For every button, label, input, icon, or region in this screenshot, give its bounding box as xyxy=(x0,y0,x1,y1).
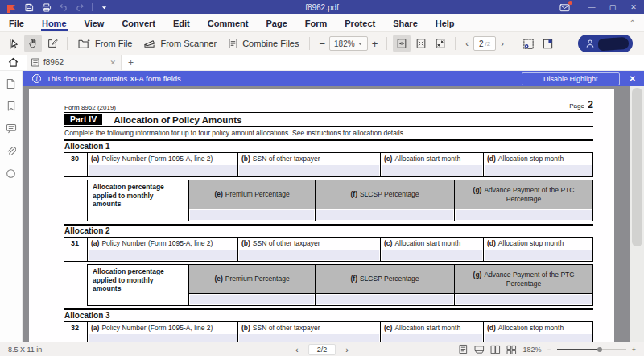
start-month-field[interactable] xyxy=(382,165,482,176)
new-tab-button[interactable]: + xyxy=(122,57,140,68)
slcsp-percentage-field[interactable] xyxy=(316,210,453,220)
aptc-percentage-field[interactable] xyxy=(456,210,592,220)
tab-close-icon[interactable]: ✕ xyxy=(109,59,116,67)
combine-files-button[interactable]: Combine Files xyxy=(222,35,304,52)
ssn-field[interactable] xyxy=(239,165,379,176)
document-view-area[interactable]: Form 8962 (2019) Page 2 Part IV Allocati… xyxy=(23,86,644,342)
tab-f8962[interactable]: f8962 ✕ xyxy=(27,55,122,70)
page-number-input[interactable]: 2 /2 xyxy=(473,36,496,51)
form-header-row: Form 8962 (2019) Page 2 xyxy=(64,97,593,113)
close-button[interactable]: ✕ xyxy=(623,0,644,14)
fit-width-icon[interactable] xyxy=(412,35,430,52)
zoom-level-select[interactable]: 182% xyxy=(329,36,368,51)
fit-page-icon[interactable] xyxy=(393,35,411,52)
undo-icon[interactable] xyxy=(58,2,68,13)
print-icon[interactable] xyxy=(41,2,52,13)
zoom-out-button[interactable]: − xyxy=(315,38,329,50)
stop-month-field[interactable] xyxy=(485,334,592,342)
menu-edit[interactable]: Edit xyxy=(164,14,199,31)
menu-page[interactable]: Page xyxy=(257,14,295,31)
premium-percentage-field[interactable] xyxy=(190,295,314,304)
part-header: Part IV Allocation of Policy Amounts xyxy=(64,113,593,127)
zoom-slider[interactable] xyxy=(557,346,626,354)
select-tool-icon[interactable] xyxy=(5,35,23,52)
two-page-icon[interactable] xyxy=(490,344,501,354)
menu-comment[interactable]: Comment xyxy=(199,14,258,31)
vertical-scrollbar[interactable] xyxy=(630,86,644,342)
menu-share[interactable]: Share xyxy=(384,14,427,31)
single-page-icon[interactable] xyxy=(458,344,469,354)
edit-form-icon[interactable] xyxy=(43,35,61,52)
menu-file[interactable]: File xyxy=(0,14,33,31)
zoom-in-button[interactable]: + xyxy=(368,38,382,50)
col-e-header: (e)Premium Percentage xyxy=(189,180,315,209)
from-file-button[interactable]: From File xyxy=(72,35,138,52)
mail-icon[interactable] xyxy=(559,2,570,13)
allocation-1-percentages: Allocation percentage applied to monthly… xyxy=(87,180,593,221)
save-icon[interactable] xyxy=(24,2,35,13)
page-label: Page xyxy=(569,102,584,110)
redo-icon[interactable] xyxy=(75,2,85,13)
zoom-in-button[interactable]: + xyxy=(632,346,636,354)
policy-number-field[interactable] xyxy=(89,165,237,176)
info-icon: i xyxy=(32,74,41,83)
toolbar-divider xyxy=(514,37,514,50)
menu-home[interactable]: Home xyxy=(33,14,76,31)
collapse-toolbar-chevron[interactable]: ⌃ xyxy=(630,19,636,27)
left-panel-sidebar xyxy=(0,71,23,342)
menu-view[interactable]: View xyxy=(76,14,114,31)
start-month-field[interactable] xyxy=(382,250,482,260)
stop-month-field[interactable] xyxy=(485,165,592,176)
xfa-notification-bar: i This document contains XFA form fields… xyxy=(23,71,644,86)
form-id: Form 8962 (2019) xyxy=(64,104,116,111)
allocation-2-percentages: Allocation percentage applied to monthly… xyxy=(87,264,593,306)
policy-number-field[interactable] xyxy=(89,250,237,260)
status-page-indicator[interactable]: 2/2 xyxy=(308,344,336,355)
minimize-button[interactable]: — xyxy=(581,0,602,14)
from-scanner-button[interactable]: From Scanner xyxy=(138,35,222,52)
zoom-slider-thumb[interactable] xyxy=(597,347,602,352)
toolbar-divider xyxy=(309,37,310,50)
policy-number-field[interactable] xyxy=(89,334,237,342)
account-button[interactable] xyxy=(578,35,633,52)
pdf-page: Form 8962 (2019) Page 2 Part IV Allocati… xyxy=(29,89,614,342)
col-g-header: (g)Advance Payment of the PTC Percentage xyxy=(455,265,592,294)
zoom-out-button[interactable]: − xyxy=(547,346,551,354)
scrollbar-thumb[interactable] xyxy=(632,88,642,246)
allocation-2-row: 31 (a)Policy Number (Form 1095-A, line 2… xyxy=(64,237,593,262)
actual-size-icon[interactable] xyxy=(431,35,449,52)
thumbnails-icon[interactable] xyxy=(5,77,17,89)
next-page-button[interactable]: › xyxy=(341,345,353,354)
menu-protect[interactable]: Protect xyxy=(336,14,384,31)
premium-percentage-field[interactable] xyxy=(190,210,314,220)
next-page-button[interactable]: › xyxy=(496,39,509,48)
previous-page-button[interactable]: ‹ xyxy=(460,39,473,48)
clip-icon[interactable] xyxy=(539,35,557,52)
hand-tool-icon[interactable] xyxy=(24,35,42,52)
allocation-2-title: Allocation 2 xyxy=(64,226,593,237)
menu-help[interactable]: Help xyxy=(427,14,464,31)
bookmark-icon[interactable] xyxy=(5,100,17,112)
aptc-percentage-field[interactable] xyxy=(456,295,592,304)
stop-month-field[interactable] xyxy=(485,250,592,260)
slcsp-percentage-field[interactable] xyxy=(316,295,453,304)
snapshot-icon[interactable] xyxy=(520,35,538,52)
disable-highlight-button[interactable]: Disable Highlight xyxy=(522,72,620,85)
account-name-blob xyxy=(598,36,630,51)
menu-form[interactable]: Form xyxy=(296,14,336,31)
home-icon[interactable] xyxy=(8,56,19,70)
comment-icon[interactable] xyxy=(5,122,17,135)
menu-convert[interactable]: Convert xyxy=(113,14,164,31)
attachment-icon[interactable] xyxy=(5,145,17,157)
start-month-field[interactable] xyxy=(382,334,482,342)
maximize-button[interactable]: ▢ xyxy=(602,0,623,14)
stamp-icon[interactable] xyxy=(5,168,17,180)
ssn-field[interactable] xyxy=(239,334,379,342)
grid-view-icon[interactable] xyxy=(506,344,517,354)
fit-view-icon[interactable] xyxy=(474,344,485,354)
notification-close-icon[interactable]: ✕ xyxy=(620,74,644,83)
caret-down-icon[interactable] xyxy=(99,2,109,13)
titlebar-divider xyxy=(92,3,93,11)
ssn-field[interactable] xyxy=(239,250,379,260)
previous-page-button[interactable]: ‹ xyxy=(291,345,303,354)
